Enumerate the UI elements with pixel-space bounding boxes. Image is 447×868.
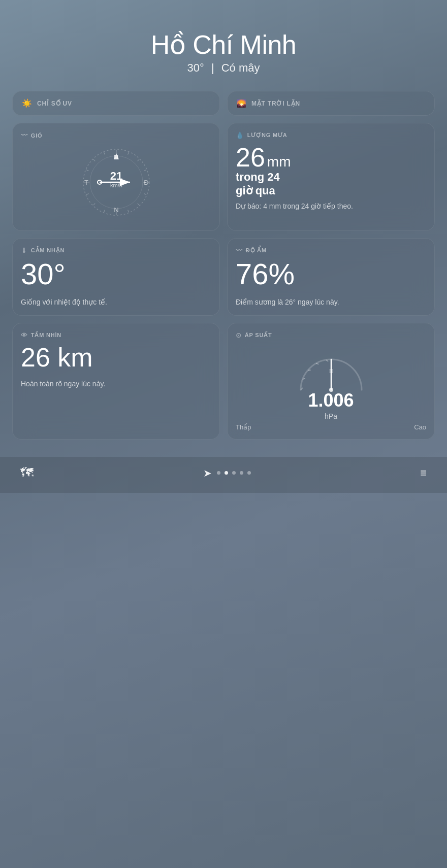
weather-summary: 30° | Có mây [12, 61, 435, 75]
wind-icon: 〰 [21, 131, 28, 139]
dot-5 [247, 471, 251, 475]
menu-icon[interactable]: ≡ [420, 466, 427, 480]
pressure-icon: ⊙ [236, 331, 242, 339]
visibility-icon: 👁 [21, 331, 28, 339]
rain-period-line2: giờ qua [236, 184, 275, 197]
nav-group: ➤ [203, 467, 251, 479]
temperature: 30° [187, 61, 204, 74]
svg-line-7 [137, 159, 139, 161]
svg-line-12 [104, 210, 105, 213]
visibility-card: 👁 TẦM NHÌN 26 km Hoàn toàn rõ ngay lúc n… [12, 323, 220, 440]
rain-forecast: Dự báo: 4 mm trong 24 giờ tiếp theo. [236, 202, 426, 212]
city-name: Hồ Chí Minh [12, 30, 435, 59]
feel-card: 🌡 CẢM NHẬN 30° Giống với nhiệt độ thực t… [12, 238, 220, 316]
rain-unit: mm [267, 154, 291, 170]
uv-label: CHỈ SỐ UV [37, 100, 72, 107]
separator: | [211, 61, 214, 74]
rain-label-row: 💧 LƯỢNG MƯA [236, 131, 426, 139]
humidity-description: Điểm sương là 26° ngay lúc này. [236, 297, 426, 307]
map-icon[interactable]: 🗺 [20, 465, 34, 481]
rain-period-line1: trong 24 [236, 171, 280, 183]
visibility-label: TẦM NHÌN [31, 332, 61, 339]
svg-line-13 [93, 204, 95, 206]
compass-svg: B N Đ T [78, 144, 154, 220]
feel-label: CẢM NHẬN [31, 247, 65, 254]
humidity-label-row: 〰 ĐỘ ẨM [236, 247, 426, 254]
rain-value: 26mm [236, 143, 291, 172]
svg-text:km/h: km/h [110, 182, 122, 188]
svg-text:21: 21 [110, 170, 122, 182]
svg-line-17 [104, 152, 105, 155]
sunset-label: MẶT TRỜI LẶN [251, 100, 300, 107]
bottom-bar: 🗺 ➤ ≡ [0, 457, 447, 493]
gauge-labels: Thấp Cao [236, 423, 426, 431]
svg-text:N: N [114, 206, 118, 214]
visibility-description: Hoàn toàn rõ ngay lúc này. [21, 379, 211, 389]
header: Hồ Chí Minh 30° | Có mây [12, 30, 435, 75]
condition: Có mây [221, 61, 260, 74]
compass-container: B N Đ T [21, 144, 211, 220]
uv-card: ☀️ CHỈ SỐ UV [12, 91, 220, 116]
wind-label-row: 〰 GIÓ [21, 131, 211, 139]
dot-2 [225, 471, 228, 475]
sunset-card: 🌄 MẶT TRỜI LẶN [227, 91, 435, 116]
compass: B N Đ T [78, 144, 154, 220]
feel-label-row: 🌡 CẢM NHẬN [21, 247, 211, 254]
svg-line-8 [144, 170, 146, 171]
rain-period: trong 24 giờ qua [236, 171, 426, 197]
pressure-gauge-svg: = [291, 344, 372, 395]
rain-value-row: 26mm [236, 144, 426, 171]
dot-1 [217, 471, 220, 475]
pressure-low-label: Thấp [236, 423, 251, 431]
dot-3 [232, 471, 236, 475]
humidity-card: 〰 ĐỘ ẨM 76% Điểm sương là 26° ngay lúc n… [227, 238, 435, 316]
svg-line-6 [127, 152, 129, 155]
uv-icon: ☀️ [22, 98, 32, 108]
wind-card: 〰 GIÓ [12, 123, 220, 231]
pressure-value: 1.006 [308, 390, 354, 411]
feel-icon: 🌡 [21, 247, 28, 254]
svg-line-15 [86, 170, 88, 171]
location-icon[interactable]: ➤ [203, 467, 212, 479]
visibility-value: 26 km [21, 344, 211, 371]
svg-line-16 [93, 159, 95, 161]
pressure-gauge-wrap: = 1.006 hPa Thấp Cao [236, 344, 426, 431]
pressure-high-label: Cao [414, 423, 426, 431]
humidity-value: 76% [236, 259, 426, 289]
dot-4 [240, 471, 243, 475]
rain-card: 💧 LƯỢNG MƯA 26mm trong 24 giờ qua Dự báo… [227, 123, 435, 231]
wind-label: GIÓ [31, 132, 43, 139]
visibility-label-row: 👁 TẦM NHÌN [21, 331, 211, 339]
feel-description: Giống với nhiệt độ thực tế. [21, 297, 211, 307]
svg-line-9 [144, 194, 146, 195]
svg-line-11 [127, 210, 129, 213]
feel-value: 30° [21, 259, 211, 289]
sunset-icon: 🌄 [237, 99, 246, 108]
rain-icon: 💧 [236, 131, 244, 139]
pressure-label-row: ⊙ ÁP SUẤT [236, 331, 426, 339]
svg-text:T: T [84, 179, 88, 186]
svg-text:Đ: Đ [144, 179, 148, 186]
pressure-card: ⊙ ÁP SUẤT [227, 323, 435, 440]
svg-line-14 [86, 194, 88, 195]
humidity-label: ĐỘ ẨM [246, 247, 267, 254]
svg-line-10 [137, 204, 139, 206]
humidity-icon: 〰 [236, 247, 243, 254]
dots [217, 471, 251, 475]
pressure-label: ÁP SUẤT [245, 332, 272, 339]
rain-label: LƯỢNG MƯA [247, 132, 288, 139]
svg-text:=: = [329, 367, 333, 375]
pressure-unit: hPa [325, 412, 337, 420]
rain-number: 26 [236, 143, 265, 172]
